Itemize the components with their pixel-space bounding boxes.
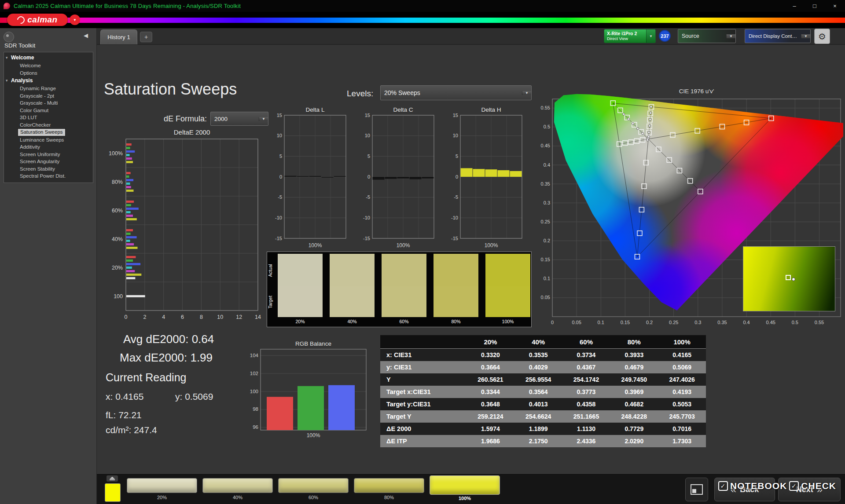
svg-text:0.25: 0.25 — [669, 320, 678, 325]
cie-measurement-dot — [622, 113, 625, 115]
sweep-level-swatch — [202, 478, 273, 493]
max-de2000: Max dE2000: 1.99 — [120, 351, 213, 365]
cie-measurement-dot — [632, 122, 634, 124]
table-row: ΔE ITP1.96862.17502.43362.02901.7303 — [380, 435, 706, 447]
svg-text:0: 0 — [551, 320, 554, 325]
cell-value: 247.4026 — [658, 373, 706, 386]
swatch-level-label: 100% — [485, 317, 530, 326]
sidebar-collapse-button[interactable]: ◀ — [84, 32, 88, 39]
tree-item[interactable]: Saturation Sweeps — [18, 129, 65, 136]
sweep-level-button[interactable]: 20% — [127, 478, 197, 500]
logo-menu-button[interactable]: ▼ — [70, 15, 80, 25]
tree-group[interactable]: ▾Analysis — [4, 77, 93, 85]
add-tab-button[interactable]: + — [140, 32, 152, 42]
tree-item[interactable]: Grayscale - Multi — [4, 99, 93, 107]
svg-text:10: 10 — [217, 314, 223, 320]
row-label: Target y:CIE31 — [380, 398, 467, 410]
tree-item[interactable]: Screen Stability — [4, 165, 93, 173]
settings-button[interactable]: ⚙ — [814, 29, 830, 44]
meter-name: X-Rite i1Pro 2 — [607, 31, 646, 36]
tab-history-1[interactable]: History 1 — [100, 29, 137, 44]
sweep-level-button[interactable]: 40% — [202, 478, 273, 500]
tree-item[interactable]: Color Gamut — [4, 107, 93, 114]
sidebar-tree: ▾WelcomeWelcomeOptions▾AnalysisDynamic R… — [4, 52, 93, 183]
tree-item[interactable]: Spectral Power Dist. — [4, 172, 93, 180]
de-formula-dropdown[interactable]: 2000 ▼ — [210, 112, 268, 126]
cell-value: 0.4367 — [562, 361, 610, 373]
eject-button[interactable] — [107, 475, 118, 482]
svg-text:0.55: 0.55 — [815, 320, 824, 325]
svg-text:-5: -5 — [366, 194, 370, 200]
cell-value: 248.4228 — [610, 410, 658, 423]
tree-item[interactable]: Luminance Sweeps — [4, 136, 93, 144]
cell-value: 0.3969 — [610, 386, 658, 398]
sidebar-round-button[interactable] — [4, 32, 14, 42]
tree-item[interactable]: Screen Uniformity — [4, 151, 93, 158]
svg-text:-15: -15 — [451, 236, 458, 241]
delta-l-chart: Delta L151050-5-10-15100% — [269, 106, 349, 251]
svg-text:15: 15 — [365, 113, 370, 118]
cell-value: 2.4336 — [562, 435, 610, 447]
cell-value: 1.7303 — [658, 435, 706, 447]
dropdown-icon: ▼ — [262, 117, 265, 121]
tree-group[interactable]: ▾Welcome — [4, 54, 93, 62]
cell-value: 0.3344 — [467, 386, 514, 398]
close-button[interactable]: × — [825, 0, 845, 12]
svg-text:0.35: 0.35 — [541, 181, 550, 186]
tree-item[interactable]: ColorChecker — [4, 121, 93, 129]
svg-text:10: 10 — [365, 133, 370, 138]
rgb-balance-svg: RGB Balance1041021009896100% — [245, 340, 372, 439]
actual-row-label: Actual — [268, 255, 273, 286]
tree-item[interactable]: Options — [4, 69, 93, 77]
tree-item[interactable]: Welcome — [4, 62, 93, 69]
deltae2000-svg: DeltaE 200002468101214100%80%60%40%20%10… — [105, 128, 261, 324]
table-header-row: 20%40%60%80%100% — [380, 335, 706, 349]
svg-text:5: 5 — [367, 153, 370, 159]
eject-icon — [110, 477, 115, 479]
sweep-level-button[interactable]: 100% — [430, 475, 500, 501]
tree-item[interactable]: Grayscale - 2pt — [4, 92, 93, 100]
current-patch-swatch — [105, 483, 121, 502]
tree-item[interactable]: Dynamic Range — [4, 85, 93, 92]
svg-text:-10: -10 — [451, 215, 458, 220]
source-dropdown[interactable]: Source ▼ — [678, 29, 736, 43]
calman-logo[interactable]: calman — [7, 14, 68, 26]
gear-icon: ⚙ — [818, 31, 826, 42]
svg-text:10: 10 — [453, 133, 458, 138]
levels-dropdown[interactable]: 20% Sweeps ▼ — [380, 85, 532, 100]
maximize-button[interactable]: □ — [805, 0, 825, 12]
sweep-level-swatch — [278, 478, 349, 493]
delta_l-svg: Delta L151050-5-10-15100% — [269, 106, 349, 251]
meter-dropdown[interactable]: X-Rite i1Pro 2 Direct View ▼ — [604, 29, 656, 43]
svg-text:RGB Balance: RGB Balance — [295, 340, 331, 347]
cell-value: 260.5621 — [467, 373, 514, 386]
titlebar: Calman 2025 Calman Ultimate for Business… — [0, 0, 845, 12]
table-row: Target x:CIE310.33440.35640.37730.39690.… — [380, 386, 706, 398]
rgb-balance-chart: RGB Balance1041021009896100% — [245, 340, 372, 439]
sweep-level-button[interactable]: 60% — [278, 478, 349, 500]
tree-item[interactable]: Screen Angularity — [4, 158, 93, 165]
actual-swatch — [278, 254, 323, 286]
current-x: x: 0.4165 — [106, 391, 143, 402]
column-header: 40% — [514, 335, 562, 349]
cell-value: 0.5069 — [658, 361, 706, 373]
sweep-swatch: 80% — [434, 254, 478, 326]
actual-swatch — [330, 254, 375, 286]
dropdown-icon: ▼ — [729, 34, 733, 38]
cie-measurement-dot — [649, 118, 651, 121]
actual-swatch — [382, 254, 426, 286]
svg-text:0.1: 0.1 — [598, 320, 604, 325]
sweep-level-button[interactable]: 80% — [354, 478, 424, 500]
cell-value: 0.7016 — [658, 423, 706, 435]
svg-text:5: 5 — [456, 153, 458, 159]
layout-button[interactable] — [685, 478, 708, 501]
svg-text:80%: 80% — [112, 179, 123, 185]
minimize-button[interactable]: – — [784, 0, 805, 12]
display-control-dropdown[interactable]: Direct Display Control ▼ — [745, 29, 811, 43]
svg-text:Delta C: Delta C — [393, 106, 413, 113]
table-row: x: CIE310.33200.35350.37340.39330.4165 — [380, 349, 706, 362]
tree-item[interactable]: Additivity — [4, 143, 93, 151]
dropdown-icon: ▼ — [649, 34, 653, 38]
tree-item[interactable]: 3D LUT — [4, 114, 93, 121]
dropdown-arrow: ▼ — [259, 117, 268, 121]
